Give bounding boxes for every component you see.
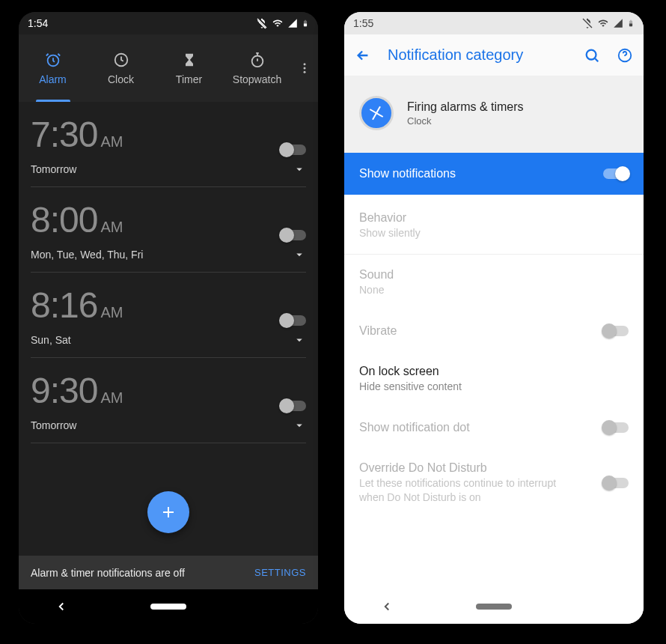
warning-settings-button[interactable]: SETTINGS [254, 567, 306, 578]
signal-icon [287, 18, 298, 28]
pref-vibrate[interactable]: Vibrate [344, 311, 644, 351]
pref-sub: Let these notifications continue to inte… [359, 476, 561, 505]
add-alarm-button[interactable] [147, 491, 189, 533]
nav-home-button[interactable] [150, 604, 186, 610]
tab-label: Clock [108, 73, 134, 85]
warning-bar: Alarm & timer notifications are off SETT… [19, 556, 318, 589]
pref-title: Override Do Not Disturb [359, 461, 561, 475]
svg-point-5 [304, 67, 306, 70]
alarm-time[interactable]: 7:30 AM [31, 114, 123, 155]
more-vert-icon [298, 61, 311, 75]
switch-icon [603, 422, 629, 433]
overflow-menu-button[interactable] [291, 34, 318, 102]
alarm-toggle[interactable] [281, 315, 306, 326]
alarm-ampm: AM [100, 389, 123, 407]
settings-header: Notification category [344, 34, 644, 76]
tab-timer[interactable]: Timer [155, 34, 223, 102]
status-bar: 1:55 [344, 12, 644, 34]
alarm-ampm: AM [100, 304, 123, 321]
warning-text: Alarm & timer notifications are off [31, 567, 185, 579]
alarm-schedule: Sun, Sat [31, 334, 71, 346]
alarm-toggle[interactable] [281, 145, 306, 155]
show-notifications-toggle[interactable]: Show notifications [344, 153, 644, 195]
alarm-row[interactable]: 8:16 AM Sun, Sat [31, 273, 306, 358]
wifi-icon [272, 18, 284, 28]
nav-back-icon[interactable] [55, 600, 68, 613]
status-time: 1:55 [353, 17, 373, 29]
tab-clock[interactable]: Clock [87, 34, 155, 102]
hourglass-icon [182, 52, 197, 68]
alarm-toggle[interactable] [281, 230, 306, 240]
status-icons [256, 17, 309, 29]
clock-tabs: Alarm Clock Timer Stopwatch [19, 34, 318, 102]
status-bar: 1:54 [19, 12, 318, 34]
pref-title: Sound [359, 268, 394, 282]
svg-point-6 [304, 71, 306, 73]
alarm-time[interactable]: 8:00 AM [31, 199, 123, 240]
pref-lockscreen[interactable]: On lock screen Hide sensitive content [344, 351, 644, 407]
alarm-schedule: Mon, Tue, Wed, Thu, Fri [31, 249, 143, 261]
tab-alarm[interactable]: Alarm [19, 34, 87, 102]
pref-title: Vibrate [359, 324, 397, 338]
alarm-ampm: AM [100, 219, 123, 236]
alarm-time[interactable]: 8:16 AM [31, 285, 123, 326]
battery-icon [627, 17, 635, 29]
alarm-hhmm: 8:00 [31, 199, 97, 240]
help-icon[interactable] [617, 47, 633, 64]
status-icons [581, 17, 635, 29]
navbar [344, 589, 644, 624]
pref-sub: None [359, 283, 394, 297]
chevron-down-icon[interactable] [293, 419, 306, 432]
pref-sub: Show silently [359, 226, 421, 240]
preference-list: Behavior Show silently Sound None Vibrat… [344, 195, 644, 520]
chevron-down-icon[interactable] [293, 162, 306, 176]
alarm-schedule: Tomorrow [31, 419, 76, 431]
alarm-time[interactable]: 9:30 AM [31, 370, 123, 411]
alarm-row[interactable]: 8:00 AM Mon, Tue, Wed, Thu, Fri [31, 187, 306, 273]
tab-label: Timer [176, 73, 202, 85]
svg-point-4 [304, 63, 306, 65]
pref-notif-dot[interactable]: Show notification dot [344, 407, 644, 448]
switch-icon [603, 478, 629, 488]
pref-override-dnd[interactable]: Override Do Not Disturb Let these notifi… [344, 448, 644, 518]
status-time: 1:54 [28, 17, 48, 29]
tab-label: Stopwatch [233, 73, 281, 85]
nav-home-button[interactable] [476, 604, 512, 610]
battery-icon [302, 17, 309, 29]
alarm-icon [45, 52, 61, 68]
tab-label: Alarm [39, 73, 67, 85]
alarm-row[interactable]: 9:30 AM Tomorrow [31, 358, 306, 443]
navbar [19, 589, 318, 624]
wifi-icon [597, 18, 609, 28]
pref-behavior[interactable]: Behavior Show silently [344, 198, 644, 254]
alarm-toggle[interactable] [281, 401, 306, 411]
switch-icon [603, 326, 629, 336]
pref-sound[interactable]: Sound None [344, 255, 644, 311]
mute-icon [581, 17, 593, 29]
alarm-row[interactable]: 7:30 AM Tomorrow [31, 102, 306, 187]
nav-back-icon[interactable] [380, 600, 394, 613]
chevron-down-icon[interactable] [293, 248, 306, 261]
alarm-hhmm: 7:30 [31, 114, 97, 155]
mute-icon [256, 17, 268, 29]
channel-app: Clock [407, 115, 524, 127]
svg-point-8 [587, 49, 596, 59]
alarm-schedule: Tomorrow [31, 163, 76, 175]
alarm-hhmm: 8:16 [31, 285, 97, 326]
alarm-list: 7:30 AM Tomorrow 8:00 AM Mon, Tue, Wed, … [19, 102, 318, 556]
chevron-down-icon[interactable] [293, 333, 306, 347]
alarm-ampm: AM [100, 133, 123, 151]
back-arrow-icon[interactable] [355, 47, 371, 64]
pref-title: Show notification dot [359, 421, 470, 434]
page-title: Notification category [388, 46, 567, 64]
signal-icon [613, 18, 623, 28]
pref-title: On lock screen [359, 365, 462, 378]
channel-info: Firing alarms & timers Clock [344, 76, 644, 153]
alarm-hhmm: 9:30 [31, 370, 97, 411]
pref-sub: Hide sensitive content [359, 380, 462, 394]
tab-stopwatch[interactable]: Stopwatch [223, 34, 291, 102]
channel-name: Firing alarms & timers [407, 100, 524, 114]
show-notifications-label: Show notifications [359, 167, 456, 180]
search-icon[interactable] [584, 47, 600, 64]
pref-title: Behavior [359, 211, 421, 225]
